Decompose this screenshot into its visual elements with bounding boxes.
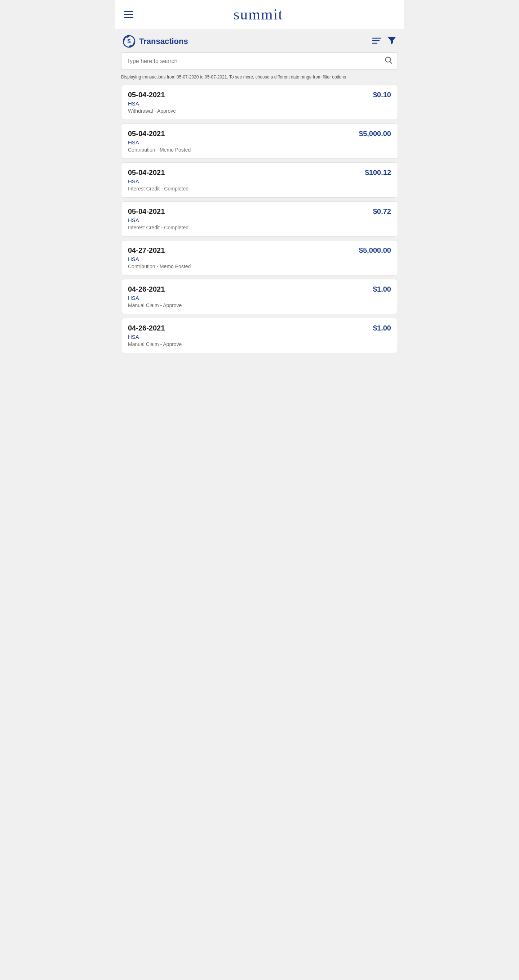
search-container [121, 52, 398, 70]
transaction-account: HSA [128, 139, 391, 145]
transaction-description: Contribution - Memo Posted [128, 147, 391, 153]
transaction-account: HSA [128, 334, 391, 340]
transaction-card-top: 05-04-2021 $5,000.00 [128, 130, 391, 138]
transaction-card[interactable]: 05-04-2021 $0.10 HSA Withdrawal - Approv… [121, 84, 398, 120]
transaction-amount: $5,000.00 [359, 130, 391, 138]
transaction-card-top: 04-27-2021 $5,000.00 [128, 246, 391, 255]
transaction-date: 04-27-2021 [128, 246, 165, 255]
transaction-card[interactable]: 04-27-2021 $5,000.00 HSA Contribution - … [121, 240, 398, 275]
page-title: Transactions [139, 37, 188, 46]
transactions-icon: $ [123, 35, 136, 48]
filter-button[interactable] [387, 36, 396, 47]
section-title-group: $ Transactions [123, 35, 188, 48]
sort-button[interactable] [372, 37, 381, 46]
transaction-date: 04-26-2021 [128, 324, 165, 332]
app-header: summit [115, 0, 404, 29]
transaction-account: HSA [128, 217, 391, 223]
transaction-card-top: 05-04-2021 $0.10 [128, 91, 391, 99]
menu-button[interactable] [123, 10, 135, 19]
transaction-account: HSA [128, 295, 391, 301]
transaction-card[interactable]: 04-26-2021 $1.00 HSA Manual Claim - Appr… [121, 279, 398, 314]
transaction-description: Contribution - Memo Posted [128, 264, 391, 269]
transaction-date: 05-04-2021 [128, 207, 165, 216]
transaction-description: Manual Claim - Approve [128, 302, 391, 308]
transaction-card-top: 05-04-2021 $0.72 [128, 207, 391, 216]
app-logo: summit [135, 6, 382, 23]
transaction-card[interactable]: 04-26-2021 $1.00 HSA Manual Claim - Appr… [121, 318, 398, 353]
transaction-card[interactable]: 05-04-2021 $5,000.00 HSA Contribution - … [121, 124, 398, 159]
logo-text: summit [233, 6, 283, 23]
svg-text:$: $ [128, 38, 131, 44]
transaction-account: HSA [128, 100, 391, 107]
transaction-card[interactable]: 05-04-2021 $100.12 HSA Interest Credit -… [121, 162, 398, 198]
transactions-list: 05-04-2021 $0.10 HSA Withdrawal - Approv… [115, 84, 404, 360]
transaction-card-top: 05-04-2021 $100.12 [128, 169, 391, 177]
transaction-amount: $100.12 [365, 169, 391, 177]
transaction-description: Withdrawal - Approve [128, 108, 391, 114]
transaction-description: Interest Credit - Completed [128, 225, 391, 231]
transaction-date: 05-04-2021 [128, 169, 165, 177]
search-icon[interactable] [385, 56, 393, 66]
transaction-amount: $1.00 [373, 324, 391, 332]
transaction-card-top: 04-26-2021 $1.00 [128, 324, 391, 332]
transaction-date: 04-26-2021 [128, 285, 165, 293]
transaction-date: 05-04-2021 [128, 91, 165, 99]
page-content: $ Transactions [115, 29, 404, 360]
svg-line-6 [390, 62, 392, 64]
transaction-amount: $0.10 [373, 91, 391, 99]
search-input[interactable] [126, 58, 385, 64]
transaction-amount: $1.00 [373, 285, 391, 293]
transaction-date: 05-04-2021 [128, 130, 165, 138]
transaction-amount: $0.72 [373, 207, 391, 216]
transaction-card-top: 04-26-2021 $1.00 [128, 285, 391, 293]
transaction-amount: $5,000.00 [359, 246, 391, 255]
transaction-account: HSA [128, 178, 391, 185]
transaction-account: HSA [128, 256, 391, 262]
section-header: $ Transactions [115, 29, 404, 52]
transaction-card[interactable]: 05-04-2021 $0.72 HSA Interest Credit - C… [121, 201, 398, 237]
transaction-description: Interest Credit - Completed [128, 186, 391, 191]
section-actions [372, 36, 396, 47]
date-range-info: Displaying transactions from 05-07-2020 … [115, 73, 404, 84]
transaction-description: Manual Claim - Approve [128, 341, 391, 347]
